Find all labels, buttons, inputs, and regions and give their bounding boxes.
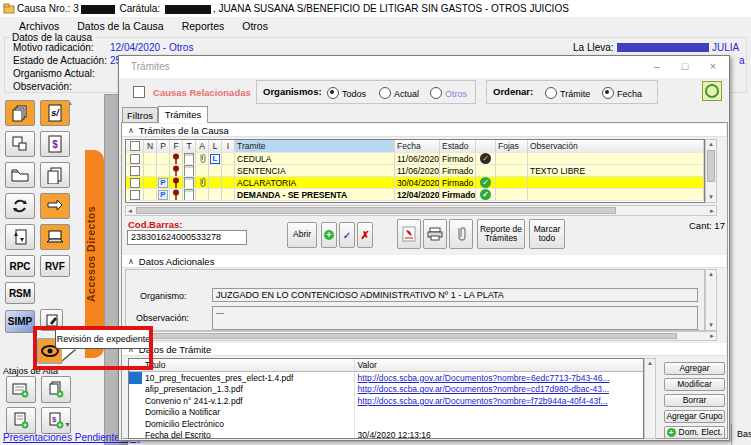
observacion-field[interactable]: ---	[212, 306, 698, 330]
row-checkbox[interactable]	[130, 178, 140, 188]
laptop-button[interactable]	[40, 224, 70, 250]
doc-icon	[184, 165, 194, 177]
radio-tramite[interactable]: Trámite	[545, 87, 590, 99]
radio-fecha[interactable]: Fecha	[602, 87, 642, 99]
reporte-tramites-button[interactable]: Reporte de Trámites	[477, 219, 525, 249]
toolbar-scroll-down-icon[interactable]: ▼	[64, 420, 71, 429]
row-checkbox[interactable]	[130, 190, 140, 200]
scroll-up-icon[interactable]: ▲	[706, 270, 716, 279]
maximize-icon[interactable]: □	[671, 56, 699, 76]
scroll-up-icon[interactable]: ▲	[645, 359, 655, 368]
recycle-button[interactable]	[5, 193, 35, 219]
transfer-arrows-icon	[46, 198, 64, 214]
scroll-right-icon[interactable]: ►	[709, 207, 715, 216]
scroll-up-icon[interactable]: ▲	[706, 140, 716, 149]
marcar-todo-button[interactable]: Marcar todo	[529, 219, 565, 249]
row-selector	[129, 372, 142, 384]
minimize-icon[interactable]: –	[643, 56, 671, 76]
atajo-copias-button[interactable]	[41, 376, 71, 403]
sign-button[interactable]: ✓	[339, 222, 355, 248]
transfer-button[interactable]	[40, 193, 70, 219]
dollar-document-button[interactable]: $	[40, 131, 70, 157]
copy-pages-button[interactable]	[5, 100, 35, 126]
list-item[interactable]: Domicilio Electrónico	[129, 418, 643, 430]
agregar-button[interactable]: Agregar	[664, 362, 725, 375]
adicionales-vscrollbar[interactable]: ▲ ▼	[705, 269, 717, 331]
abrir-button[interactable]: Abrir	[287, 222, 317, 248]
menu-archivos[interactable]: Archivos	[10, 19, 68, 33]
grid-vscrollbar[interactable]: ▲ ▼	[705, 139, 717, 203]
list-item[interactable]: Domicilio a Notificar	[129, 407, 643, 419]
rsm-button[interactable]: RSM	[5, 282, 35, 304]
duplicate-button[interactable]	[40, 162, 70, 188]
updown-doc-button[interactable]	[5, 224, 35, 250]
section-datos-tramite[interactable]: ∧ Datos de Trámite	[122, 343, 726, 356]
dialog-titlebar[interactable]: Trámites – □ ×	[119, 56, 729, 78]
pdf-button[interactable]	[397, 219, 421, 249]
menu-otros[interactable]: Otros	[233, 19, 277, 33]
tab-filtros[interactable]: Filtros	[122, 107, 158, 123]
pdf-icon	[402, 226, 416, 242]
borrar-button[interactable]: Borrar	[664, 394, 725, 407]
s-document-button[interactable]: s/	[40, 100, 70, 126]
document-link[interactable]: http://docs.scba.gov.ar/Documentos?nombr…	[354, 384, 643, 396]
table-row-selected[interactable]: P ACLARATORIA 30/04/2020 Firmado ✓	[126, 177, 704, 189]
document-link[interactable]: http://docs.scba.gov.ar/Documentos?nombr…	[354, 395, 643, 407]
folder-button[interactable]	[5, 162, 35, 188]
delete-button[interactable]: ✗	[357, 222, 373, 248]
adicionales-panel: Organismo: JUZGADO EN LO CONTENCIOSO ADM…	[125, 269, 705, 331]
grid-hscrollbar[interactable]: ◄ ►	[125, 205, 717, 216]
tramites-grid[interactable]: N P F T A L I Tramite Fecha Estado Fojas…	[125, 139, 705, 203]
organismo-field[interactable]: JUZGADO EN LO CONTENCIOSO ADMINISTRATIVO…	[212, 288, 698, 302]
detail-vscrollbar[interactable]: ▲	[644, 358, 656, 439]
list-item[interactable]: Fecha del Escrito 30/4/2020 12:13:16	[129, 430, 643, 440]
close-icon[interactable]: ×	[699, 56, 727, 76]
menu-datos-causa[interactable]: Datos de la Causa	[68, 19, 172, 33]
section-datos-adicionales[interactable]: ∧ Datos Adicionales	[122, 255, 726, 268]
datos-tramite-grid[interactable]: Titulo Valor 10_preg_frecuentes_pres_ele…	[128, 358, 644, 439]
scroll-left-icon[interactable]: ◄	[127, 207, 133, 216]
refresh-button[interactable]	[702, 81, 722, 101]
menu-reportes[interactable]: Reportes	[173, 19, 234, 33]
list-item[interactable]: afip_presentacion_1.3.pdf http://docs.sc…	[129, 384, 643, 396]
cod-barras-input[interactable]: 238301624000533278	[127, 230, 247, 245]
cross-icon: ✗	[360, 229, 369, 241]
tramites-dialog: Trámites – □ × Causas Relacionadas Organ…	[118, 55, 730, 441]
document-link[interactable]: http://docs.scba.gov.ar/Documentos?nombr…	[354, 372, 643, 384]
simp-button[interactable]: SIMP	[5, 310, 35, 333]
print-button[interactable]	[423, 219, 447, 249]
row-checkbox[interactable]	[130, 154, 140, 164]
radio-todos[interactable]: Todos	[327, 87, 366, 99]
dialog-title: Trámites	[131, 61, 170, 72]
select-all-checkbox[interactable]	[130, 141, 140, 151]
table-row[interactable]: P DEMANDA - SE PRESENTA 12/04/2020 Firma…	[126, 189, 704, 201]
atajo-escrito-button[interactable]	[6, 407, 36, 434]
squares-button[interactable]	[5, 131, 35, 157]
section-tramites-causa[interactable]: ∧ Trámites de la Causa	[122, 124, 726, 137]
radio-otros[interactable]: Otros	[430, 87, 467, 99]
causas-relacionadas-checkbox[interactable]: Causas Relacionadas	[133, 86, 251, 98]
printer-icon	[427, 227, 443, 241]
agregar-grupo-button[interactable]: Agregar Grupo	[664, 410, 725, 423]
radio-actual[interactable]: Actual	[379, 87, 419, 99]
row-checkbox[interactable]	[130, 166, 140, 176]
rpc-button[interactable]: RPC	[5, 255, 35, 277]
dom-elect-button[interactable]: + Dom. Elect.	[664, 426, 725, 439]
adicionales-hscrollbar[interactable]: ►	[125, 331, 717, 341]
doc-icon	[184, 177, 194, 189]
add-button[interactable]: +	[321, 222, 337, 248]
table-row[interactable]: L CEDULA 11/06/2020 Firmado ✓	[126, 153, 704, 165]
scroll-down-icon[interactable]: ▼	[706, 193, 716, 202]
rvf-button[interactable]: RVF	[40, 255, 70, 277]
modificar-button[interactable]: Modificar	[664, 378, 725, 391]
table-row[interactable]: SENTENCIA 11/06/2020 Firmado TEXTO LIBRE	[126, 165, 704, 177]
attach-button[interactable]	[449, 219, 473, 249]
tab-tramites[interactable]: Trámites	[158, 106, 208, 123]
list-item[interactable]: 10_preg_frecuentes_pres_elect-1.4.pdf ht…	[129, 372, 643, 384]
scroll-right-icon[interactable]: ►	[709, 332, 715, 341]
accesos-directos-tab[interactable]: Accesos Directos	[85, 150, 104, 358]
list-item[interactable]: Convenio n° 241-v.1.2.pdf http://docs.sc…	[129, 395, 643, 407]
radio-icon	[602, 87, 614, 99]
scroll-down-icon[interactable]: ▼	[706, 321, 716, 330]
atajo-expediente-button[interactable]	[6, 376, 36, 403]
